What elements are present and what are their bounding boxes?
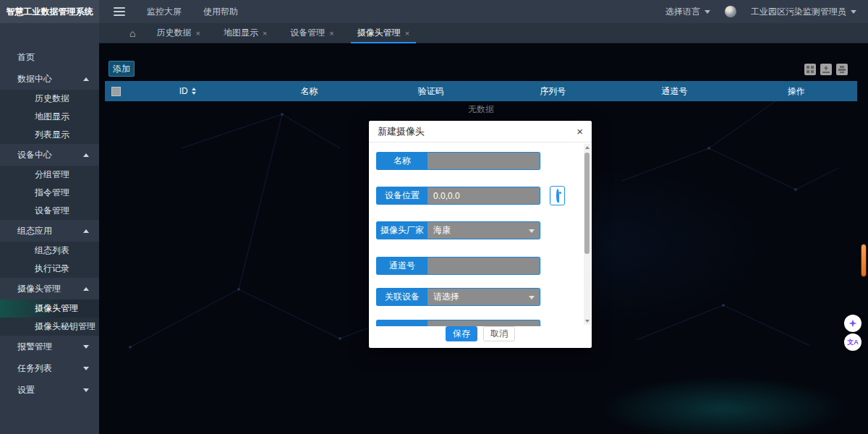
sidebar-group-data-center[interactable]: 数据中心 <box>0 68 99 90</box>
field-device-location: 设备位置 0.0,0.0 <box>376 187 540 205</box>
sidebar-group-task-list[interactable]: 任务列表 <box>0 357 99 379</box>
home-icon[interactable]: ⌂ <box>129 23 135 43</box>
modal-scrollbar <box>584 144 590 325</box>
close-icon[interactable]: × <box>195 29 200 38</box>
sidebar-group-configuration-app[interactable]: 组态应用 <box>0 220 99 242</box>
scrollbar-thumb[interactable] <box>584 153 590 254</box>
language-selector-label: 选择语言 <box>665 6 700 18</box>
caret-up-icon <box>83 77 89 81</box>
select-value: 海康 <box>433 224 451 237</box>
sidebar-label: 分组管理 <box>35 169 69 181</box>
translate-button[interactable]: 文A <box>844 333 861 351</box>
export-icon[interactable] <box>820 64 832 75</box>
app-screen: 智慧工业数据管理系统 监控大屏 使用帮助 选择语言 工业园区污染监测管理员 ⌂ … <box>0 0 868 434</box>
columns-icon[interactable] <box>804 64 816 75</box>
close-icon[interactable]: × <box>329 29 333 38</box>
sidebar-item-group-management[interactable]: 分组管理 <box>0 166 99 184</box>
scroll-up-arrow[interactable] <box>584 144 590 151</box>
modal-header: 新建摄像头 × <box>369 121 592 142</box>
sidebar-item-list-display[interactable]: 列表显示 <box>0 126 99 144</box>
sidebar-label: 组态列表 <box>35 244 69 257</box>
sidebar-item-map-display[interactable]: 地图显示 <box>0 108 99 126</box>
sidebar-item-camera-management[interactable]: 摄像头管理 <box>0 299 99 318</box>
add-button[interactable]: 添加 <box>109 61 135 77</box>
sidebar-label: 设备管理 <box>35 205 69 217</box>
chevron-down-icon <box>705 10 710 14</box>
tab-label: 摄像头管理 <box>357 27 401 39</box>
tab-label: 历史数据 <box>156 27 191 39</box>
scroll-down-arrow[interactable] <box>584 318 590 325</box>
ai-assistant-button[interactable] <box>844 315 861 332</box>
cancel-button[interactable]: 取消 <box>483 326 515 341</box>
close-icon[interactable]: × <box>405 29 409 38</box>
caret-down-icon <box>83 345 89 349</box>
sidebar-group-alarm-management[interactable]: 报警管理 <box>0 336 99 357</box>
sidebar-item-home[interactable]: 首页 <box>0 46 99 68</box>
field-camera-manufacturer-label: 摄像头厂家 <box>377 222 427 239</box>
sidebar-label: 任务列表 <box>17 362 52 375</box>
tabbar: ⌂ 历史数据 × 地图显示 × 设备管理 × 摄像头管理 × <box>99 23 868 43</box>
sidebar-label: 数据中心 <box>17 73 52 85</box>
topbar-item-monitor-screen[interactable]: 监控大屏 <box>147 6 182 18</box>
save-button[interactable]: 保存 <box>446 326 477 341</box>
user-menu[interactable]: 工业园区污染监测管理员 <box>751 6 856 18</box>
print-icon[interactable] <box>836 64 848 75</box>
sidebar-label: 组态应用 <box>17 225 52 237</box>
modal-footer: 保存 取消 <box>369 326 592 348</box>
sidebar-item-camera-secret-key[interactable]: 摄像头秘钥管理 <box>0 318 99 336</box>
sidebar-item-history-data[interactable]: 历史数据 <box>0 90 99 108</box>
sidebar-item-device-management[interactable]: 设备管理 <box>0 202 99 220</box>
select-all-checkbox[interactable] <box>111 87 121 96</box>
tab-device-management[interactable]: 设备管理 × <box>288 23 336 43</box>
tab-history-data[interactable]: 历史数据 × <box>154 23 202 43</box>
column-id[interactable]: ID <box>127 86 248 96</box>
column-label: 验证码 <box>418 85 444 98</box>
modal-close-icon[interactable]: × <box>576 126 583 137</box>
column-label: ID <box>179 86 188 96</box>
column-label: 操作 <box>788 85 805 98</box>
column-label: 序列号 <box>540 85 566 98</box>
caret-up-icon <box>83 153 89 157</box>
field-channel-number-input[interactable] <box>427 258 540 274</box>
sidebar-item-command-management[interactable]: 指令管理 <box>0 184 99 202</box>
sidebar-item-configuration-list[interactable]: 组态列表 <box>0 242 99 260</box>
sidebar-label: 设备中心 <box>17 149 52 161</box>
sidebar-group-settings[interactable]: 设置 <box>0 379 99 401</box>
sidebar-label: 列表显示 <box>35 129 69 141</box>
new-camera-modal: 新建摄像头 × 名称 设备位置 0.0,0.0 摄像头厂家 海康 通道号 关联设 <box>369 121 592 348</box>
tab-map-display[interactable]: 地图显示 × <box>221 23 269 43</box>
close-icon[interactable]: × <box>263 29 267 38</box>
chevron-down-icon <box>529 296 535 299</box>
column-channel-number: 通道号 <box>613 85 735 98</box>
language-selector[interactable]: 选择语言 <box>665 6 710 18</box>
caret-up-icon <box>83 229 89 233</box>
field-channel-number: 通道号 <box>376 257 540 275</box>
sidebar-label: 设置 <box>17 384 35 396</box>
column-name: 名称 <box>248 85 370 98</box>
field-associated-device-select[interactable]: 请选择 <box>427 289 540 305</box>
field-device-location-label: 设备位置 <box>377 187 427 204</box>
field-clipped-input[interactable] <box>427 320 540 326</box>
column-verification-code: 验证码 <box>370 85 492 98</box>
field-device-location-input[interactable]: 0.0,0.0 <box>427 187 540 204</box>
map-pin-button[interactable] <box>550 186 565 205</box>
field-name-input[interactable] <box>427 153 540 169</box>
field-channel-number-label: 通道号 <box>377 258 427 274</box>
select-value: 请选择 <box>433 291 459 303</box>
field-camera-manufacturer-select[interactable]: 海康 <box>427 222 540 239</box>
topbar-item-help[interactable]: 使用帮助 <box>203 6 238 18</box>
field-name-label: 名称 <box>377 153 427 169</box>
sidebar-group-camera-management[interactable]: 摄像头管理 <box>0 278 99 299</box>
sort-icon[interactable] <box>192 88 196 95</box>
tab-camera-management[interactable]: 摄像头管理 × <box>355 23 412 43</box>
modal-title: 新建摄像头 <box>378 125 425 138</box>
sidebar-group-device-center[interactable]: 设备中心 <box>0 144 99 166</box>
field-name: 名称 <box>376 152 540 170</box>
table-header: ID 名称 验证码 序列号 通道号 操作 <box>105 81 857 101</box>
user-avatar[interactable] <box>725 6 736 17</box>
menu-collapse-icon[interactable] <box>114 7 125 16</box>
sidebar-item-execution-record[interactable]: 执行记录 <box>0 260 99 278</box>
page-scrollbar-thumb[interactable] <box>861 244 867 277</box>
sidebar-label: 首页 <box>17 51 35 64</box>
username-label: 工业园区污染监测管理员 <box>751 6 846 18</box>
